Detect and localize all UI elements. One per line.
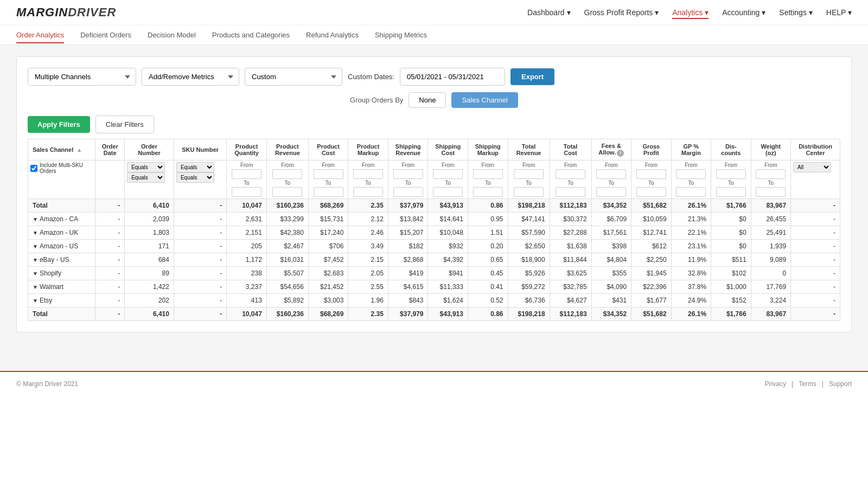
filter-weight-from[interactable] (756, 169, 786, 179)
cell-sales_channel[interactable]: ▼Etsy (28, 294, 95, 307)
cell-sales_channel[interactable]: ▼Walmart (28, 280, 95, 294)
group-none-button[interactable]: None (409, 92, 446, 108)
subnav-decision-model[interactable]: Decision Model (148, 31, 196, 39)
table-row: ▼eBay - US-684-1,172$16,031$7,4522.15$2,… (28, 253, 840, 267)
export-button[interactable]: Export (510, 68, 554, 85)
filter-discounts-to[interactable] (716, 187, 746, 197)
cell-product_revenue: $5,892 (266, 294, 308, 307)
table-row: ▼Amazon - CA-2,039-2,631$33,299$15,7312.… (28, 213, 840, 226)
col-header-shipping-cost: ShippingCost (428, 139, 468, 160)
filter-fees-from[interactable] (596, 169, 626, 179)
subnav-refund-analytics[interactable]: Refund Analytics (306, 31, 359, 39)
filter-order-number-eq2[interactable]: Equals (127, 172, 165, 183)
filter-sku-eq2[interactable]: Equals (176, 172, 214, 183)
cell-shipping_cost: $11,333 (428, 280, 468, 294)
cell-shipping_markup: 1.51 (468, 226, 508, 240)
subnav-products-categories[interactable]: Products and Categories (212, 31, 290, 39)
filter-gross-profit: From To (631, 160, 672, 199)
filter-gp-margin-from[interactable] (676, 169, 706, 179)
channel-select[interactable]: Multiple Channels Amazon - CA Amazon - U… (28, 68, 136, 86)
metrics-select[interactable]: Add/Remove Metrics (142, 68, 239, 86)
nav-accounting[interactable]: Accounting ▾ (722, 8, 765, 17)
filter-order-number-eq1[interactable]: EqualsNot EqualsGreater ThanLess Than (127, 162, 165, 172)
filter-product-cost-from[interactable] (314, 169, 343, 179)
cell-product_cost: $68,269 (308, 307, 348, 321)
cell-product_revenue: $16,031 (266, 253, 308, 267)
cell-sales_channel[interactable]: ▼Amazon - CA (28, 213, 95, 226)
filter-product-qty-to[interactable] (232, 187, 261, 197)
filter-product-cost-to[interactable] (314, 187, 343, 197)
cell-discounts: $0 (711, 213, 751, 226)
filter-product-rev-from[interactable] (272, 169, 302, 179)
nav-analytics[interactable]: Analytics ▾ (672, 8, 709, 17)
filter-discounts-from[interactable] (716, 169, 746, 179)
custom-dates-input[interactable] (400, 68, 505, 86)
filter-shipping-markup-from[interactable] (473, 169, 503, 179)
group-sales-channel-button[interactable]: Sales Channel (451, 92, 518, 108)
cell-distribution_center: - (791, 213, 840, 226)
filter-gp-from[interactable] (636, 169, 666, 179)
apply-filters-button[interactable]: Apply Filters (28, 116, 90, 133)
nav-help[interactable]: HELP ▾ (826, 8, 852, 17)
filter-product-cost: From To (308, 160, 348, 199)
filter-sku-eq1[interactable]: Equals (176, 162, 214, 172)
filter-fees-to[interactable] (596, 187, 626, 197)
filter-shipping-rev-to[interactable] (393, 187, 423, 197)
filter-product-markup-to[interactable] (353, 187, 383, 197)
filter-row: Multiple Channels Amazon - CA Amazon - U… (28, 68, 840, 86)
cell-total_revenue: $2,650 (508, 240, 550, 253)
filter-shipping-cost-to[interactable] (433, 187, 463, 197)
filter-total-cost-to[interactable] (556, 187, 585, 197)
nav-gross-profit[interactable]: Gross Profit Reports ▾ (584, 8, 659, 17)
cell-sales_channel[interactable]: ▼Amazon - UK (28, 226, 95, 240)
filter-total-rev-from[interactable] (514, 169, 544, 179)
clear-filters-button[interactable]: Clear Filters (95, 115, 154, 133)
subnav-deficient-orders[interactable]: Deficient Orders (80, 31, 131, 39)
footer-support-link[interactable]: Support (829, 380, 852, 388)
filter-shipping-revenue: From To (388, 160, 428, 199)
footer-copyright: © Margin Driver 2021 (16, 380, 78, 388)
cell-product_quantity: 1,172 (227, 253, 267, 267)
filter-fees: From To (591, 160, 631, 199)
filter-dist-center-select[interactable]: All East West Central (793, 162, 831, 172)
fees-info-icon[interactable]: i (617, 150, 624, 157)
filter-product-markup-from[interactable] (353, 169, 383, 179)
filter-shipping-markup-to[interactable] (473, 187, 503, 197)
subnav-shipping-metrics[interactable]: Shipping Metrics (375, 31, 427, 39)
date-range-select[interactable]: Custom Last 30 Days Last 90 Days This Mo… (245, 68, 342, 86)
cell-discounts: $0 (711, 240, 751, 253)
filter-product-rev-to[interactable] (272, 187, 302, 197)
cell-shipping_revenue: $15,207 (388, 226, 428, 240)
include-multi-sku-checkbox[interactable] (30, 165, 37, 172)
cell-sales_channel[interactable]: ▼Shopify (28, 267, 95, 280)
filter-weight-to[interactable] (756, 187, 786, 197)
filter-gp-to[interactable] (636, 187, 666, 197)
cell-discounts: $102 (711, 267, 751, 280)
filter-total-rev-to[interactable] (514, 187, 544, 197)
filter-gp-margin-to[interactable] (676, 187, 706, 197)
cell-sales_channel[interactable]: ▼eBay - US (28, 253, 95, 267)
cell-sales_channel[interactable]: ▼Amazon - US (28, 240, 95, 253)
filter-shipping-cost-from[interactable] (433, 169, 463, 179)
filter-shipping-rev-from[interactable] (393, 169, 423, 179)
footer-privacy-link[interactable]: Privacy (765, 380, 786, 388)
filter-distribution-center: All East West Central (791, 160, 840, 199)
col-header-total-cost: TotalCost (550, 139, 591, 160)
cell-discounts: $1,766 (711, 307, 751, 321)
cell-weight: 1,939 (751, 240, 791, 253)
filter-order-number: EqualsNot EqualsGreater ThanLess Than Eq… (125, 160, 174, 199)
cell-product_revenue: $5,507 (266, 267, 308, 280)
subnav-order-analytics[interactable]: Order Analytics (16, 31, 64, 39)
footer-terms-link[interactable]: Terms (799, 380, 816, 388)
cell-weight: 0 (751, 267, 791, 280)
cell-product_markup: 2.35 (348, 199, 388, 213)
nav-dashboard[interactable]: Dashboard ▾ (527, 8, 570, 17)
filter-total-cost-from[interactable] (556, 169, 585, 179)
filter-product-qty-from[interactable] (232, 169, 261, 179)
cell-shipping_cost: $10,048 (428, 226, 468, 240)
cell-shipping_cost: $43,913 (428, 199, 468, 213)
col-header-sales-channel[interactable]: Sales Channel ▲ (28, 139, 95, 160)
table-row: ▼Amazon - US-171-205$2,467$7063.49$182$9… (28, 240, 840, 253)
nav-settings[interactable]: Settings ▾ (779, 8, 812, 17)
footer-links: Privacy | Terms | Support (765, 380, 852, 388)
